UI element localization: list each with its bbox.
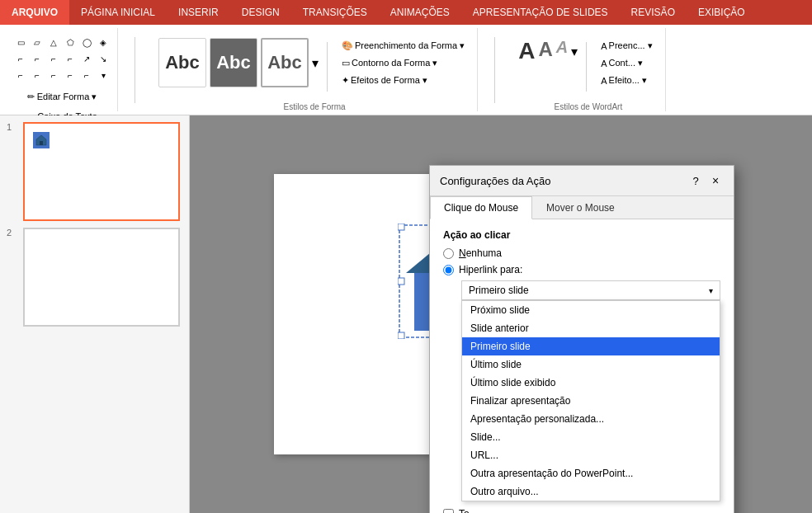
wordart-a1: A <box>518 38 535 64</box>
dropdown-item-finalizar[interactable]: Finalizar apresentação <box>462 392 720 410</box>
preenchimento-forma-btn[interactable]: 🎨 Preenchimento da Forma ▾ <box>336 38 470 54</box>
effects-icon: ✦ <box>342 75 349 86</box>
shape-btn[interactable]: ▭ <box>13 35 28 49</box>
radio-hiperlink-label: Hiperlink para: <box>459 264 522 275</box>
dialog-content: Ação ao clicar Nenhuma Hiperlink para: <box>430 219 734 513</box>
canvas-area[interactable]: Configurações da Ação ? × Clique do Mous… <box>190 115 812 513</box>
wordart-effect-icon: A <box>601 76 607 86</box>
shape-btn[interactable]: ⌐ <box>79 68 94 82</box>
ribbon: ▭ ▱ △ ⬠ ◯ ◈ ⌐ ⌐ ⌐ ⌐ ↗ ↘ ⌐ ⌐ ⌐ ⌐ ⌐ ▾ <box>0 25 812 115</box>
svg-rect-7 <box>398 224 404 230</box>
radio-hiperlink-row: Hiperlink para: <box>443 264 720 275</box>
shape-btn[interactable]: △ <box>46 35 61 49</box>
separator-2 <box>494 37 495 103</box>
menu-exibicao[interactable]: EXIBIÇÃO <box>687 0 757 25</box>
shape-btn[interactable]: ↘ <box>96 51 111 66</box>
fill-icon: 🎨 <box>342 40 353 51</box>
contorno-forma-btn[interactable]: ▭ Contorno da Forma ▾ <box>336 55 470 71</box>
separator-inner <box>327 42 328 92</box>
check-label-1: To... <box>459 508 478 513</box>
menu-design[interactable]: DESIGN <box>230 0 291 25</box>
dropdown-item-primeiro[interactable]: Primeiro slide <box>462 337 720 355</box>
slide-1-icon <box>33 132 50 148</box>
menu-arquivo[interactable]: ARQUIVO <box>0 0 69 25</box>
slide-panel: 1 2 <box>0 115 190 513</box>
dropdown-item-proximo[interactable]: Próximo slide <box>462 301 720 319</box>
shape-btn[interactable]: ⌐ <box>63 68 78 82</box>
separator-wordart-inner <box>586 42 587 92</box>
ribbon-group-estilos-label: Estilos de Forma <box>284 99 346 111</box>
tab-clique-mouse[interactable]: Clique do Mouse <box>430 196 532 219</box>
abc-btn-3[interactable]: Abc <box>261 38 309 87</box>
shape-btn[interactable]: ⌐ <box>46 51 61 66</box>
shape-btn[interactable]: ⌐ <box>63 51 78 66</box>
checkbox-1[interactable] <box>443 509 454 514</box>
dialog-titlebar: Configurações da Ação ? × <box>430 166 734 196</box>
dialog-close-button[interactable]: × <box>707 172 724 189</box>
svg-rect-13 <box>398 332 404 339</box>
shape-btn[interactable]: ⌐ <box>30 68 45 82</box>
shape-btn[interactable]: ⬠ <box>63 35 78 49</box>
wordart-preenc-btn[interactable]: A Preenc... ▾ <box>595 38 658 54</box>
dropdown-item-outro-arquivo[interactable]: Outro arquivo... <box>462 482 720 501</box>
check-row-1: To... <box>443 508 720 513</box>
shape-btn[interactable]: ⌐ <box>13 68 28 82</box>
dialog-help-button[interactable]: ? <box>687 172 704 189</box>
menu-transicoes[interactable]: TRANSIÇÕES <box>291 0 379 25</box>
wordart-efeito-btn[interactable]: A Efeito... ▾ <box>595 73 658 88</box>
shape-btn[interactable]: ↗ <box>79 51 94 66</box>
shape-btn[interactable]: ◈ <box>96 35 111 49</box>
svg-rect-14 <box>398 278 404 285</box>
abc-btn-2[interactable]: Abc <box>210 38 257 87</box>
dropdown-item-ultimo[interactable]: Último slide <box>462 355 720 374</box>
slide-2-thumbnail[interactable] <box>23 228 180 327</box>
shapes-grid: ▭ ▱ △ ⬠ ◯ ◈ ⌐ ⌐ ⌐ ⌐ ↗ ↘ ⌐ ⌐ ⌐ ⌐ ⌐ ▾ <box>13 35 111 82</box>
slide-1-thumbnail[interactable] <box>23 122 180 221</box>
tab-mover-mouse[interactable]: Mover o Mouse <box>532 196 629 219</box>
svg-rect-1 <box>40 141 43 145</box>
menu-revisao[interactable]: REVISÃO <box>620 0 687 25</box>
shape-btn[interactable]: ▱ <box>30 35 45 49</box>
ribbon-group-estilos-forma: Abc Abc Abc ▾ 🎨 Preenchimento da Forma ▾… <box>152 28 478 111</box>
editar-forma-btn[interactable]: ✏ Editar Forma ▾ <box>21 87 103 106</box>
more-styles-btn[interactable]: ▾ <box>312 38 319 87</box>
abc-btn-1[interactable]: Abc <box>158 38 206 87</box>
section-acao-clicar: Ação ao clicar <box>443 229 720 241</box>
menu-apresentacao[interactable]: APRESENTAÇÃO DE SLIDES <box>461 0 620 25</box>
slide-thumb-2[interactable]: 2 <box>7 228 182 327</box>
hyperlink-dropdown-selected[interactable]: Primeiro slide ▾ <box>461 280 720 300</box>
dropdown-item-ultimo-exibido[interactable]: Último slide exibido <box>462 374 720 392</box>
shape-btn[interactable]: ▾ <box>96 68 111 82</box>
dropdown-item-personalizada[interactable]: Apresentação personalizada... <box>462 410 720 428</box>
main-area: 1 2 <box>0 115 812 513</box>
wordart-format-btn-group: A Preenc... ▾ A Cont... ▾ A Efeito... ▾ <box>595 35 658 88</box>
dialog-title: Configurações da Ação <box>440 175 550 187</box>
dialog-controls: ? × <box>687 172 724 189</box>
dropdown-item-slide[interactable]: Slide... <box>462 428 720 446</box>
radio-nenhuma[interactable] <box>443 248 454 259</box>
separator-1 <box>135 37 135 103</box>
menu-pagina-inicial[interactable]: PÁGINA INICIAL <box>69 0 167 25</box>
dropdown-item-outra-apresentacao[interactable]: Outra apresentação do PowerPoint... <box>462 464 720 482</box>
shape-btn[interactable]: ⌐ <box>46 68 61 82</box>
more-wordart-btn[interactable]: ▾ <box>571 38 578 64</box>
ribbon-group-wordart: A A A ▾ A Preenc... ▾ A Cont... ▾ A Efei… <box>512 28 665 111</box>
shape-btn[interactable]: ⌐ <box>13 51 28 66</box>
shape-btn[interactable]: ◯ <box>79 35 94 49</box>
slide-thumb-1[interactable]: 1 <box>7 122 182 221</box>
wordart-cont-btn[interactable]: A Cont... ▾ <box>595 55 658 71</box>
shape-btn[interactable]: ⌐ <box>30 51 45 66</box>
radio-nenhuma-label: Nenhuma <box>459 247 502 259</box>
dropdown-item-url[interactable]: URL... <box>462 446 720 464</box>
dropdown-item-anterior[interactable]: Slide anterior <box>462 319 720 337</box>
efeitos-forma-btn[interactable]: ✦ Efeitos de Forma ▾ <box>336 73 470 88</box>
menu-inserir[interactable]: INSERIR <box>167 0 230 25</box>
checkboxes-area: To... Re... <box>443 508 720 513</box>
slide-number-2: 2 <box>7 228 18 238</box>
menu-animacoes[interactable]: ANIMAÇÕES <box>379 0 461 25</box>
format-btn-group: 🎨 Preenchimento da Forma ▾ ▭ Contorno da… <box>336 35 470 88</box>
wordart-a3: A <box>556 38 568 64</box>
wordart-fill-icon: A <box>601 41 607 51</box>
editar-forma-icon: ✏ <box>27 92 35 102</box>
radio-hiperlink[interactable] <box>443 265 454 275</box>
